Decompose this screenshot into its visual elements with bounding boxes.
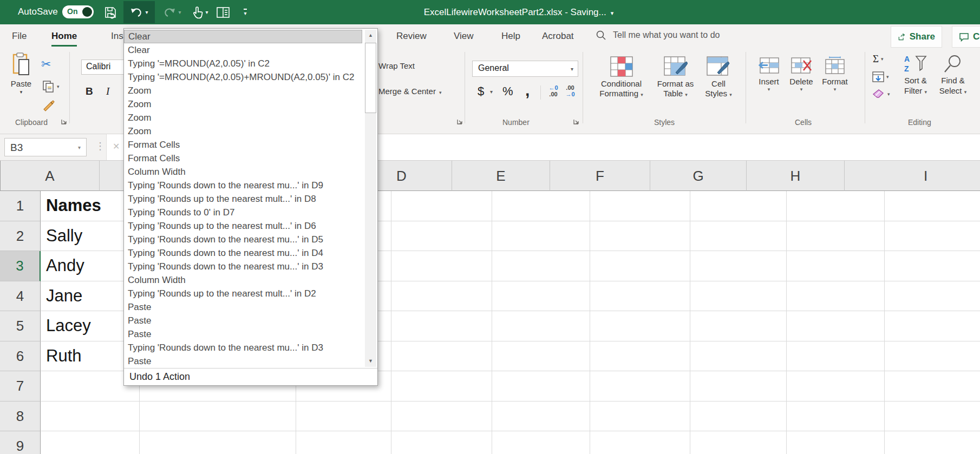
cell-F1[interactable] — [590, 191, 690, 221]
cell-G9[interactable] — [690, 431, 787, 454]
merge-center-caret-icon[interactable]: ▾ — [439, 90, 442, 95]
cancel-icon[interactable]: ✕ — [113, 141, 120, 152]
sort-filter-button[interactable]: A Z Sort & Filter ▾ — [897, 54, 935, 97]
column-header-E[interactable]: E — [452, 161, 550, 191]
cell-D3[interactable] — [391, 251, 492, 281]
cell-E4[interactable] — [492, 281, 590, 312]
redo-button[interactable]: ▾ — [158, 1, 186, 23]
cell-F6[interactable] — [590, 341, 690, 372]
cell-I8[interactable] — [885, 402, 980, 432]
name-box-caret-icon[interactable]: ▾ — [78, 144, 81, 150]
undo-history-item[interactable]: Column Width — [124, 273, 362, 287]
undo-caret-icon[interactable]: ▾ — [145, 9, 148, 15]
cell-styles-caret-icon[interactable]: ▾ — [729, 92, 732, 97]
tab-review[interactable]: Review — [396, 24, 427, 47]
column-header-I[interactable]: I — [845, 161, 980, 191]
row-header-6[interactable]: 6 — [0, 341, 41, 372]
share-button[interactable]: Share — [891, 26, 942, 48]
document-title[interactable]: ExcelLifewireWorksheetPart2.xlsx - Savin… — [383, 0, 654, 24]
insert-cells-button[interactable]: Insert ▾ — [753, 56, 785, 92]
cell-C8[interactable] — [296, 402, 391, 432]
cell-D1[interactable] — [391, 191, 492, 221]
cell-H9[interactable] — [787, 431, 885, 454]
cell-H3[interactable] — [787, 251, 885, 281]
column-header-H[interactable]: H — [747, 161, 845, 191]
fill-caret-icon[interactable]: ▾ — [886, 74, 889, 80]
number-dialog-launcher[interactable] — [573, 118, 580, 126]
tab-help[interactable]: Help — [501, 24, 520, 47]
cell-E8[interactable] — [492, 402, 590, 432]
cell-G2[interactable] — [690, 221, 787, 252]
undo-history-item[interactable]: Paste — [124, 314, 362, 327]
cell-D8[interactable] — [391, 402, 492, 432]
row-header-5[interactable]: 5 — [0, 311, 41, 341]
cell-A9[interactable] — [41, 431, 140, 454]
clear-button[interactable]: ▾ — [872, 89, 890, 100]
name-box[interactable]: B3 ▾ — [4, 138, 87, 156]
sort-filter-caret-icon[interactable]: ▾ — [924, 89, 927, 95]
formula-bar-handle-icon[interactable]: ⋮ — [95, 140, 105, 152]
save-button[interactable] — [101, 1, 120, 23]
touch-mouse-mode-button[interactable]: ▾ — [187, 1, 213, 23]
cell-I7[interactable] — [885, 371, 980, 402]
tab-acrobat[interactable]: Acrobat — [542, 24, 574, 47]
undo-history-item[interactable]: Format Cells — [124, 138, 362, 152]
paste-caret-icon[interactable]: ▾ — [5, 89, 37, 95]
undo-history-item[interactable]: Typing 'Rounds to 0' in D7 — [124, 206, 362, 219]
row-header-9[interactable]: 9 — [0, 431, 41, 454]
undo-history-item[interactable]: Typing 'Rounds down to the nearest mu...… — [124, 260, 362, 273]
undo-history-item[interactable]: Clear — [124, 30, 362, 43]
clear-caret-icon[interactable]: ▾ — [887, 91, 890, 97]
cell-H8[interactable] — [787, 402, 885, 432]
cell-H5[interactable] — [787, 311, 885, 341]
qat-overflow-button[interactable]: ▾ — [237, 1, 253, 23]
cell-F5[interactable] — [590, 311, 690, 341]
row-header-1[interactable]: 1 — [0, 191, 41, 221]
row-header-7[interactable]: 7 — [0, 371, 41, 402]
undo-history-item[interactable]: Typing 'Rounds down to the nearest mu...… — [124, 246, 362, 260]
undo-history-item[interactable]: Typing '=MROUND(A2,0.05)+MROUND(A2,0.05)… — [124, 70, 362, 84]
cell-H7[interactable] — [787, 371, 885, 402]
cell-E9[interactable] — [492, 431, 590, 454]
cell-H2[interactable] — [787, 221, 885, 252]
select-all-button[interactable] — [0, 161, 1, 191]
alignment-dialog-launcher[interactable] — [456, 118, 464, 126]
accounting-caret-icon[interactable]: ▾ — [490, 89, 493, 95]
cell-I1[interactable] — [885, 191, 980, 221]
tab-home[interactable]: Home — [51, 24, 77, 47]
cell-G6[interactable] — [690, 341, 787, 372]
undo-history-item[interactable]: Clear — [124, 43, 362, 57]
undo-history-item[interactable]: Typing 'Rounds down to the nearest mu...… — [124, 233, 362, 246]
conditional-formatting-button[interactable]: Conditional Formatting ▾ — [593, 56, 650, 100]
format-cells-button[interactable]: Format ▾ — [819, 56, 851, 92]
find-select-button[interactable]: Find & Select ▾ — [935, 54, 971, 97]
comma-style-button[interactable]: , — [525, 81, 530, 100]
merge-center-button[interactable]: Merge & Center▾ — [378, 87, 441, 96]
autosum-caret-icon[interactable]: ▾ — [881, 56, 884, 62]
cell-B9[interactable] — [140, 431, 296, 454]
format-caret-icon[interactable]: ▾ — [819, 87, 851, 92]
scroll-up-button[interactable]: ▲ — [365, 30, 376, 41]
tab-view[interactable]: View — [454, 24, 474, 47]
undo-history-item[interactable]: Zoom — [124, 97, 362, 111]
cell-I5[interactable] — [885, 311, 980, 341]
cell-E2[interactable] — [492, 221, 590, 252]
cell-I9[interactable] — [885, 431, 980, 454]
cell-E3[interactable] — [492, 251, 590, 281]
tab-insert[interactable]: Insert — [111, 24, 123, 47]
undo-history-item[interactable]: Zoom — [124, 111, 362, 124]
row-header-3[interactable]: 3 — [0, 251, 41, 281]
fill-button[interactable]: ▾ — [872, 71, 889, 82]
scrollbar-thumb[interactable] — [365, 43, 376, 113]
cell-G8[interactable] — [690, 402, 787, 432]
find-select-caret-icon[interactable]: ▾ — [964, 89, 967, 95]
cell-I3[interactable] — [885, 251, 980, 281]
cell-H1[interactable] — [787, 191, 885, 221]
cell-H4[interactable] — [787, 281, 885, 312]
cell-G7[interactable] — [690, 371, 787, 402]
cell-D9[interactable] — [391, 431, 492, 454]
autosave-toggle[interactable]: On — [62, 5, 94, 18]
row-header-4[interactable]: 4 — [0, 281, 41, 312]
cell-E6[interactable] — [492, 341, 590, 372]
undo-history-item[interactable]: Typing '=MROUND(A2,0.05)' in C2 — [124, 57, 362, 70]
